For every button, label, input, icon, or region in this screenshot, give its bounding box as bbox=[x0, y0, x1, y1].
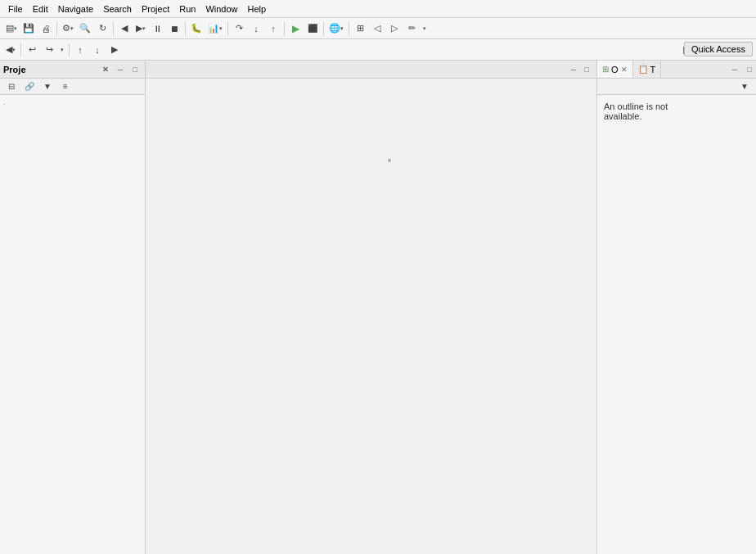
project-explorer-panel: Proje ✕ ─ □ ⊟ 🔗 ▼ ≡ · bbox=[0, 61, 146, 554]
editor-panel: ─ □ bbox=[146, 61, 597, 554]
outline-view-menu-btn[interactable]: ▼ bbox=[736, 79, 753, 95]
menu-project[interactable]: Project bbox=[137, 2, 174, 16]
back-btn[interactable]: ◀ bbox=[116, 20, 133, 37]
prev-edit-btn[interactable]: ◁ bbox=[369, 20, 385, 37]
step-out-btn[interactable]: ↑ bbox=[265, 20, 281, 37]
history-dropdown[interactable]: ▾ bbox=[58, 42, 66, 58]
project-expand-btn[interactable]: ≡ bbox=[57, 79, 74, 95]
outline-tabs-bar: ⊞ O ✕ 📋 T ─ □ bbox=[597, 61, 756, 79]
project-explorer-max-icon[interactable]: □ bbox=[128, 63, 142, 76]
toolbar2-right: Quick Access ⊞ ✎ ☕ 🐛 bbox=[679, 42, 749, 58]
search-btn[interactable]: 🔍 bbox=[77, 20, 93, 37]
menu-file[interactable]: File bbox=[3, 2, 28, 16]
project-explorer-title: Proje bbox=[3, 65, 99, 74]
nav-down-btn[interactable]: ↓ bbox=[89, 42, 106, 58]
outline-toolbar: ▼ bbox=[597, 79, 756, 95]
outline-max-btn[interactable]: □ bbox=[743, 63, 756, 76]
misc-btn[interactable]: ✏ bbox=[403, 20, 420, 37]
toolbar2-icons: ◀▾ ↩ ↪ ▾ ↑ ↓ ▶ bbox=[3, 42, 678, 58]
next-edit-btn[interactable]: ▷ bbox=[386, 20, 403, 37]
tasks-tab[interactable]: 📋 T bbox=[633, 61, 662, 78]
outline-panel-controls: ─ □ bbox=[728, 63, 756, 76]
print-btn[interactable]: 🖨 bbox=[38, 20, 54, 37]
step-over-btn[interactable]: ↷ bbox=[231, 20, 247, 37]
toolbar-2: ◀▾ ↩ ↪ ▾ ↑ ↓ ▶ Quick Access ⊞ ✎ ☕ 🐛 bbox=[0, 39, 756, 61]
settings-dropdown[interactable]: ⚙▾ bbox=[60, 20, 76, 37]
outline-tab-label: O bbox=[611, 65, 619, 74]
menu-navigate[interactable]: Navigate bbox=[53, 2, 98, 16]
step-into-btn[interactable]: ↓ bbox=[248, 20, 264, 37]
outline-tab-icon: ⊞ bbox=[602, 65, 609, 74]
editor-cursor-dot bbox=[388, 159, 391, 162]
menu-window[interactable]: Window bbox=[200, 2, 242, 16]
project-explorer-controls: ✕ ─ □ bbox=[99, 63, 142, 76]
collapse-all-btn[interactable]: ⊟ bbox=[3, 79, 20, 95]
project-explorer-close-icon[interactable]: ✕ bbox=[99, 63, 112, 76]
tasks-tab-icon: 📋 bbox=[638, 65, 648, 74]
pause-btn[interactable]: ⏸ bbox=[149, 20, 165, 37]
sep2 bbox=[113, 22, 114, 35]
nav-up-btn[interactable]: ↑ bbox=[72, 42, 88, 58]
sep9 bbox=[69, 43, 70, 56]
nav-back-dropdown[interactable]: ◀▾ bbox=[3, 42, 18, 58]
editor-max-btn[interactable]: □ bbox=[580, 63, 593, 76]
sep7 bbox=[349, 22, 349, 35]
menu-run[interactable]: Run bbox=[174, 2, 200, 16]
sep5 bbox=[284, 22, 285, 35]
editor-header: ─ □ bbox=[146, 61, 596, 79]
misc-dropdown[interactable]: ▾ bbox=[421, 20, 429, 37]
debug-btn[interactable]: 🐛 bbox=[188, 20, 205, 37]
redo-btn[interactable]: ↪ bbox=[41, 42, 57, 58]
nav-fwd-btn[interactable]: ▶ bbox=[106, 42, 123, 58]
menu-bar: File Edit Navigate Search Project Run Wi… bbox=[0, 0, 756, 18]
editor-body[interactable] bbox=[146, 79, 596, 554]
new-dropdown[interactable]: ▤▾ bbox=[3, 20, 20, 37]
quick-access-button[interactable]: Quick Access bbox=[684, 42, 753, 56]
sep1 bbox=[56, 22, 57, 35]
tasks-tab-label: T bbox=[650, 65, 656, 74]
sep4 bbox=[227, 22, 228, 35]
main-area: Proje ✕ ─ □ ⊟ 🔗 ▼ ≡ · ─ □ bbox=[0, 61, 756, 554]
sep8 bbox=[20, 43, 21, 56]
external-tools-dropdown[interactable]: 🌐▾ bbox=[326, 20, 346, 37]
toolbar-1: ▤▾ 💾 🖨 ⚙▾ 🔍 ↻ ◀ ▶▾ ⏸ ⏹ 🐛 📊▾ ↷ ↓ ↑ ▶ ⬛ 🌐▾… bbox=[0, 18, 756, 39]
outline-body: An outline is notavailable. bbox=[597, 95, 756, 554]
open-perspective-btn[interactable]: ⊞ bbox=[352, 20, 368, 37]
menu-help[interactable]: Help bbox=[243, 2, 272, 16]
outline-min-btn[interactable]: ─ bbox=[728, 63, 741, 76]
view-menu-btn[interactable]: ▼ bbox=[39, 79, 56, 95]
outline-tab-close[interactable]: ✕ bbox=[621, 65, 628, 74]
menu-search[interactable]: Search bbox=[98, 2, 137, 16]
outline-panel: ⊞ O ✕ 📋 T ─ □ ▼ An outline is notavailab… bbox=[597, 61, 756, 554]
undo-btn[interactable]: ↩ bbox=[24, 42, 40, 58]
terminate-btn[interactable]: ⬛ bbox=[304, 20, 321, 37]
outline-unavailable-message: An outline is notavailable. bbox=[604, 101, 668, 121]
project-explorer-body: · bbox=[0, 95, 145, 554]
project-explorer-header: Proje ✕ ─ □ bbox=[0, 61, 145, 79]
new-icon: ▤ bbox=[6, 23, 14, 34]
editor-min-btn[interactable]: ─ bbox=[567, 63, 580, 76]
outline-tab[interactable]: ⊞ O ✕ bbox=[597, 61, 633, 78]
project-explorer-min-icon[interactable]: ─ bbox=[114, 63, 127, 76]
profile-dropdown[interactable]: 📊▾ bbox=[205, 20, 225, 37]
sep3 bbox=[185, 22, 186, 35]
menu-edit[interactable]: Edit bbox=[28, 2, 53, 16]
sep6 bbox=[323, 22, 324, 35]
project-tree-dot: · bbox=[3, 101, 5, 108]
project-explorer-toolbar: ⊟ 🔗 ▼ ≡ bbox=[0, 79, 145, 95]
launch-btn[interactable]: ▶ bbox=[287, 20, 304, 37]
run-dropdown[interactable]: ▶▾ bbox=[133, 20, 148, 37]
refresh-btn[interactable]: ↻ bbox=[94, 20, 110, 37]
stop-btn[interactable]: ⏹ bbox=[166, 20, 182, 37]
save-btn[interactable]: 💾 bbox=[20, 20, 37, 37]
link-with-editor-btn[interactable]: 🔗 bbox=[21, 79, 38, 95]
